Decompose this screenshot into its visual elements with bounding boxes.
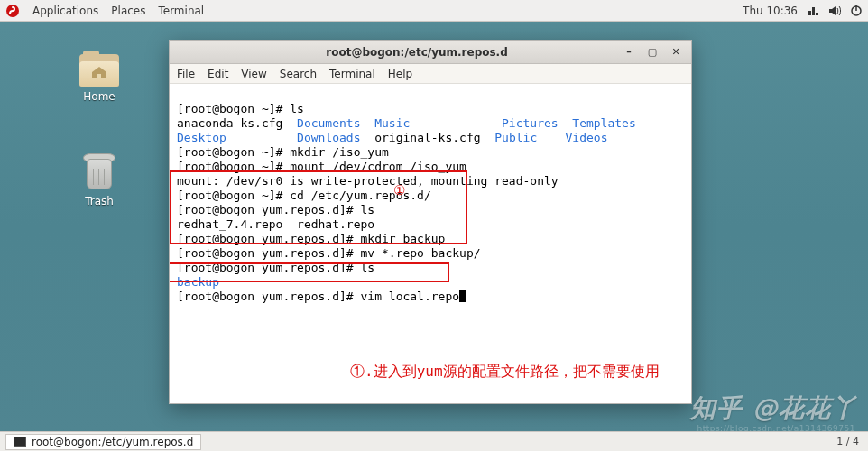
menu-edit[interactable]: Edit <box>208 68 228 80</box>
terminal-icon <box>14 437 26 447</box>
fedora-icon <box>5 4 20 18</box>
term-line: anaconda-ks.cfg Documents Music Pictures… <box>177 116 636 130</box>
watermark-text: 知乎 @花花丫 <box>690 391 857 426</box>
annotation-marker-1: ① <box>393 183 405 198</box>
workspace-pager[interactable]: 1 / 4 <box>833 436 863 447</box>
terminal-cursor <box>459 290 466 302</box>
term-line: [root@bogon ~]# mkdir /iso_yum <box>177 145 389 159</box>
term-line: [root@bogon yum.repos.d]# ls <box>177 203 374 216</box>
window-maximize-button[interactable]: ▢ <box>644 45 660 60</box>
terminal-window: root@bogon:/etc/yum.repos.d – ▢ ✕ File E… <box>169 40 692 404</box>
clock[interactable]: Thu 10:36 <box>743 5 798 17</box>
volume-icon[interactable] <box>828 5 841 17</box>
gnome-top-panel: Applications Places Terminal Thu 10:36 <box>0 0 868 22</box>
taskbar-entry-label: root@bogon:/etc/yum.repos.d <box>32 436 193 448</box>
trash-label: Trash <box>85 195 114 207</box>
term-line: [root@bogon yum.repos.d]# mkdir backup <box>177 232 445 245</box>
bottom-taskbar: root@bogon:/etc/yum.repos.d 1 / 4 <box>0 431 868 451</box>
term-line: Desktop Downloads original-ks.cfg Public… <box>177 131 607 144</box>
annotation-text: ①.进入到yum源的配置文件路径，把不需要使用 的yum配置文件存放到一个新建的… <box>350 322 675 403</box>
window-title: root@bogon:/etc/yum.repos.d <box>220 46 614 59</box>
menu-places[interactable]: Places <box>111 5 145 17</box>
window-close-button[interactable]: ✕ <box>668 45 684 60</box>
term-line: redhat_7.4.repo redhat.repo <box>177 217 374 231</box>
menu-search[interactable]: Search <box>280 68 317 80</box>
menu-applications[interactable]: Applications <box>32 5 98 17</box>
term-line: [root@bogon yum.repos.d]# mv *.repo back… <box>177 246 481 260</box>
term-line: [root@bogon ~]# ls <box>177 102 304 115</box>
menu-terminal[interactable]: Terminal <box>158 5 204 17</box>
term-line: [root@bogon ~]# mount /dev/cdrom /iso_yu… <box>177 160 466 173</box>
window-titlebar[interactable]: root@bogon:/etc/yum.repos.d – ▢ ✕ <box>170 41 691 64</box>
home-folder-icon[interactable]: Home <box>63 51 135 103</box>
term-line: mount: /dev/sr0 is write-protected, moun… <box>177 174 559 188</box>
window-minimize-button[interactable]: – <box>621 45 637 60</box>
terminal-output[interactable]: [root@bogon ~]# ls anaconda-ks.cfg Docum… <box>170 84 691 403</box>
menu-view[interactable]: View <box>241 68 266 80</box>
power-icon[interactable] <box>850 5 863 17</box>
home-label: Home <box>83 90 115 103</box>
menu-file[interactable]: File <box>177 68 195 80</box>
taskbar-terminal-entry[interactable]: root@bogon:/etc/yum.repos.d <box>5 434 201 450</box>
terminal-menubar: File Edit View Search Terminal Help <box>170 64 691 84</box>
network-icon[interactable] <box>807 5 819 17</box>
trash-icon[interactable]: Trash <box>63 152 135 207</box>
menu-help[interactable]: Help <box>388 68 412 80</box>
term-line: backup <box>177 275 219 289</box>
term-line: [root@bogon yum.repos.d]# vim local.repo <box>177 290 466 303</box>
menu-terminal-menu[interactable]: Terminal <box>329 68 375 80</box>
term-line: [root@bogon yum.repos.d]# ls <box>177 261 374 274</box>
